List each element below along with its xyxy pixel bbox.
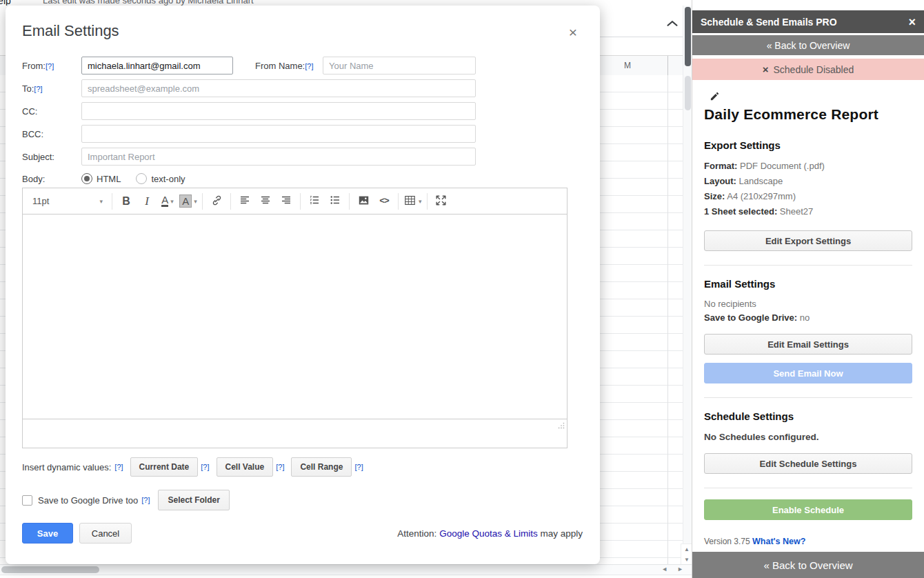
version-row: Version 3.75 What's New?	[704, 537, 912, 546]
export-settings-summary: Format: PDF Document (.pdf) Layout: Land…	[704, 159, 912, 219]
chevron-down-icon: ▾	[170, 198, 174, 205]
current-date-help-link[interactable]: [?]	[201, 463, 209, 471]
cell-range-help-link[interactable]: [?]	[354, 463, 363, 471]
divider	[704, 488, 912, 488]
bcc-input[interactable]	[81, 125, 476, 143]
source-code-button[interactable]: <>	[374, 191, 394, 212]
menubar-clipped: Help Last edit was made seconds ago by M…	[0, 0, 692, 6]
editor-toolbar: 11pt▾ B I A▾ A▾ <> ▾	[23, 188, 567, 215]
export-format-row: Format: PDF Document (.pdf)	[704, 159, 912, 174]
scroll-right-icon[interactable]: ►	[677, 566, 683, 572]
current-date-button[interactable]: Current Date	[130, 457, 199, 477]
cancel-button[interactable]: Cancel	[79, 523, 132, 544]
editor-content-area[interactable]	[23, 215, 567, 419]
cell-value-button[interactable]: Cell Value	[217, 457, 274, 477]
bullet-list-button[interactable]	[325, 191, 345, 212]
highlight-color-button[interactable]: A▾	[178, 191, 199, 212]
scroll-up-icon[interactable]: ▲	[684, 547, 690, 552]
insert-image-button[interactable]	[353, 191, 374, 212]
text-color-button[interactable]: A▾	[157, 191, 178, 212]
numbered-list-button[interactable]	[304, 191, 325, 212]
back-to-overview-bottom-button[interactable]: « Back to Overview	[692, 552, 924, 578]
from-name-help-link[interactable]: [?]	[305, 62, 313, 70]
cc-input[interactable]	[81, 102, 476, 120]
no-schedules-text: No Schedules configured.	[704, 432, 912, 442]
body-html-label[interactable]: HTML	[97, 174, 121, 184]
save-to-drive-row: Save to Google Drive too [?] Select Fold…	[22, 490, 230, 510]
back-to-overview-button[interactable]: « Back to Overview	[692, 35, 924, 55]
column-divider	[667, 56, 668, 75]
toolbar-separator	[112, 193, 112, 210]
from-input[interactable]	[81, 57, 233, 74]
horizontal-scrollbar[interactable]: ◄ ►	[0, 564, 692, 575]
fullscreen-button[interactable]	[431, 191, 452, 212]
enable-schedule-button[interactable]: Enable Schedule	[704, 499, 912, 520]
align-left-button[interactable]	[234, 191, 255, 212]
body-textonly-label[interactable]: text-only	[151, 174, 185, 184]
save-button[interactable]: Save	[22, 523, 73, 544]
sheet-bottom-strip	[0, 575, 692, 578]
toolbar-separator	[230, 193, 231, 210]
send-email-now-button[interactable]: Send Email Now	[704, 363, 912, 383]
italic-button[interactable]: I	[137, 191, 157, 212]
cc-label: CC:	[22, 106, 37, 117]
drive-status-row: Save to Google Drive: no	[704, 312, 912, 323]
close-icon[interactable]: ×	[564, 23, 582, 41]
to-input[interactable]	[81, 79, 476, 97]
insert-dynamic-values-row: Insert dynamic values: [?] Current Date …	[22, 457, 363, 477]
bullet-list-icon	[329, 194, 341, 208]
sidebar-header: Schedule & Send Emails PRO ×	[692, 10, 924, 33]
addon-sidebar: Schedule & Send Emails PRO × « Back to O…	[692, 0, 924, 578]
schedule-disabled-banner: × Schedule Disabled	[692, 59, 924, 80]
body-textonly-radio[interactable]	[136, 173, 147, 184]
scrollbar-thumb[interactable]	[685, 76, 691, 110]
save-to-drive-checkbox[interactable]	[22, 495, 32, 506]
close-icon[interactable]: ×	[908, 16, 916, 28]
save-to-drive-help-link[interactable]: [?]	[141, 496, 150, 504]
save-to-drive-label[interactable]: Save to Google Drive too	[38, 495, 138, 506]
scrollbar-thumb-dark[interactable]	[685, 7, 691, 66]
hscrollbar-thumb[interactable]	[1, 566, 99, 573]
quotas-limits-link[interactable]: Google Quotas & Limits	[439, 528, 538, 539]
no-recipients-text: No recipients	[704, 299, 912, 309]
align-center-button[interactable]	[255, 191, 276, 212]
select-folder-button[interactable]: Select Folder	[158, 490, 229, 510]
scroll-left-icon[interactable]: ◄	[661, 566, 667, 572]
app-root: Help Last edit was made seconds ago by M…	[0, 0, 924, 578]
body-html-radio[interactable]	[81, 173, 92, 184]
toolbar-separator	[398, 193, 399, 210]
chevron-down-icon: ▾	[99, 198, 103, 205]
whats-new-link[interactable]: What's New?	[752, 537, 805, 546]
divider	[704, 397, 912, 398]
from-help-link[interactable]: [?]	[46, 62, 54, 70]
email-settings-dialog: Email Settings × From:[?] From Name:[?] …	[6, 6, 600, 564]
cell-value-help-link[interactable]: [?]	[276, 463, 284, 471]
email-settings-heading: Email Settings	[704, 278, 912, 290]
export-sheets-row: 1 Sheet selected: Sheet27	[704, 204, 912, 219]
resize-grip-icon[interactable]	[557, 420, 565, 432]
cell-range-button[interactable]: Cell Range	[291, 457, 352, 477]
insert-values-help-link[interactable]: [?]	[114, 463, 123, 471]
bold-button[interactable]: B	[116, 191, 137, 212]
export-settings-heading: Export Settings	[704, 139, 912, 151]
align-right-button[interactable]	[276, 191, 297, 212]
font-size-select[interactable]: 11pt▾	[27, 191, 108, 212]
column-header-m[interactable]: M	[624, 61, 631, 70]
scroll-down-icon[interactable]: ▼	[684, 557, 690, 563]
edit-export-settings-button[interactable]: Edit Export Settings	[704, 230, 912, 251]
edit-email-settings-button[interactable]: Edit Email Settings	[704, 334, 912, 355]
vertical-scrollbar[interactable]	[683, 6, 692, 545]
help-menu-item[interactable]: Help	[0, 0, 11, 6]
toolbar-separator	[300, 193, 301, 210]
insert-table-button[interactable]: ▾	[402, 191, 423, 212]
sidebar-title: Schedule & Send Emails PRO	[701, 17, 908, 28]
edit-schedule-settings-button[interactable]: Edit Schedule Settings	[704, 453, 912, 474]
insert-values-label: Insert dynamic values:	[22, 462, 111, 472]
insert-link-button[interactable]	[206, 191, 227, 212]
pencil-icon[interactable]	[710, 91, 912, 104]
subject-input[interactable]	[81, 148, 476, 166]
to-help-link[interactable]: [?]	[34, 85, 42, 93]
export-layout-row: Layout: Landscape	[704, 174, 912, 189]
from-name-input[interactable]	[323, 57, 476, 74]
collapse-toolbar-button[interactable]	[661, 15, 684, 33]
